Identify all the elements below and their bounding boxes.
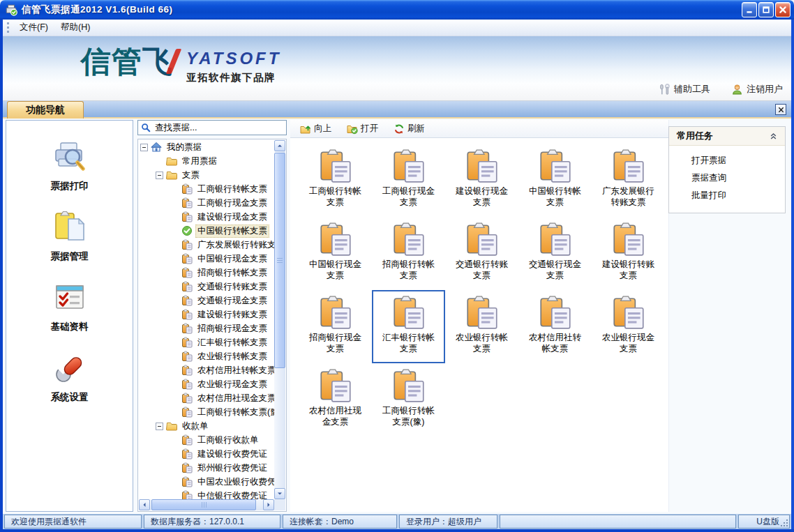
tree-item[interactable]: 交通银行转账支票 [139,280,274,294]
tree-expander-icon[interactable] [156,423,163,430]
minimize-button[interactable] [742,2,757,17]
scroll-left-button[interactable] [139,499,150,510]
grid-item-label: 农村信用社现金支票 [308,405,364,428]
tree-item[interactable]: 中信银行收费凭证 [139,489,274,499]
grid-item[interactable]: 农业银行现金支票 [592,290,665,363]
clipboard-document-icon [537,220,574,258]
close-button[interactable] [775,2,791,17]
grid-item-label: 工商银行转帐支票 [308,185,364,208]
grid-item[interactable]: 招商银行转帐支票 [372,217,445,290]
tree-item[interactable]: 支票 [139,168,274,182]
grid-item[interactable]: 招商银行现金支票 [299,290,372,363]
grid-item[interactable]: 农业银行转帐支票 [445,290,518,363]
grid-item[interactable]: 建设银行转账支票 [592,217,665,290]
logo-prefix: 信管 [81,47,142,77]
titlebar: 信管飞票据通2012 V1.6(Build 66) [0,0,794,20]
panel-close-button[interactable] [775,104,786,115]
tab-function-navigation[interactable]: 功能导航 [7,101,84,119]
tree-item[interactable]: 工商银行现金支票 [139,196,274,210]
tree-item[interactable]: 汇丰银行转帐支票 [139,335,274,349]
grid-item[interactable]: 中国银行转帐支票 [518,144,592,217]
horizontal-scrollbar[interactable] [139,499,274,510]
grid-item[interactable]: 工商银行现金支票 [372,144,445,217]
folder-up-icon [300,123,311,135]
scroll-right-button[interactable] [263,499,274,510]
tree-item[interactable]: 中国银行现金支票 [139,252,274,266]
scroll-thumb[interactable] [274,153,285,368]
wrench-icon [52,350,88,386]
tree-expander-icon[interactable] [140,144,148,151]
grid-item[interactable]: 农村信用社转帐支票 [518,290,592,363]
clipboard-document-icon [537,147,574,185]
scroll-thumb[interactable] [151,499,256,510]
scroll-up-button[interactable] [274,140,285,151]
tree-item[interactable]: 中国农业银行收费凭证 [139,475,274,489]
sidebar-item-bill-manage[interactable]: 票据管理 [6,209,133,263]
menu-item-help[interactable]: 帮助(H) [54,20,96,36]
clipboard-icon [181,197,193,208]
chevron-up-icon[interactable] [770,132,777,140]
tree-item[interactable]: 招商银行转帐支票 [139,266,274,280]
tree-item-label: 招商银行现金支票 [195,322,269,335]
folder-icon [166,169,177,181]
tree-item[interactable]: 农村信用社转帐支票 [139,363,274,377]
statusbar: 欢迎使用票据通软件 数据库服务器：127.0.0.1 连接帐套：Demo 登录用… [3,514,791,529]
tree-expander-icon[interactable] [156,172,163,179]
vertical-scrollbar[interactable] [274,140,285,499]
logout-user-button[interactable]: 注销用户 [731,83,783,96]
task-item-bill-query[interactable]: 票据查询 [669,169,785,187]
banner: 信管飞 YATSOFT 亚拓软件旗下品牌 辅助工具 注销用户 [3,36,791,101]
task-item-open-bill[interactable]: 打开票据 [669,152,785,169]
search-input[interactable] [153,122,283,133]
grid-item-label: 建设银行转账支票 [601,259,657,282]
menubar-grip[interactable] [7,22,9,33]
grid-item-label: 交通银行现金支票 [527,259,583,282]
tree-item-label: 农业银行转帐支票 [195,350,269,363]
open-button[interactable]: 打开 [343,121,382,136]
tree-item[interactable]: 常用票据 [139,154,274,168]
clipboard-document-icon [463,147,501,185]
scroll-down-button[interactable] [274,488,285,499]
tree-item-label: 支票 [180,169,202,182]
up-button[interactable]: 向上 [296,121,336,136]
tree-item[interactable]: 广东发展银行转账支票 [139,238,274,252]
grid-item-label: 建设银行现金支票 [454,185,510,208]
clipboard-document-icon [390,367,428,404]
maximize-button[interactable] [758,2,774,17]
tree-item[interactable]: 交通银行现金支票 [139,294,274,307]
grid-item[interactable]: 汇丰银行转帐支票 [372,290,445,363]
clipboard-icon [181,183,193,195]
tree-item[interactable]: 建设银行转账支票 [139,307,274,321]
tree-item[interactable]: 工商银行收款单 [139,433,274,447]
tree-item[interactable]: 农业银行现金支票 [139,377,274,391]
grid-item[interactable]: 工商银行转帐支票(豫) [372,363,445,436]
tree-item[interactable]: 中国银行转帐支票 [139,224,274,238]
clipboard-icon [181,490,193,499]
menu-item-file[interactable]: 文件(F) [13,20,54,36]
resize-grip[interactable] [786,525,788,526]
grid-item[interactable]: 工商银行转帐支票 [299,144,372,217]
tree-item[interactable]: 工商银行转帐支票 [139,182,274,196]
tree-item[interactable]: 农村信用社现金支票 [139,391,274,405]
tree-item[interactable]: 农业银行转帐支票 [139,349,274,363]
tree-item[interactable]: 收款单 [139,419,274,433]
grid-item[interactable]: 交通银行转账支票 [445,217,518,290]
sidebar-item-base-data[interactable]: 基础资料 [6,280,133,333]
tree-item[interactable]: 招商银行现金支票 [139,321,274,335]
refresh-button[interactable]: 刷新 [389,121,429,136]
tree-item[interactable]: 建设银行收费凭证 [139,447,274,461]
sidebar-item-bill-print[interactable]: 票据打印 [6,139,133,192]
grid-item[interactable]: 建设银行现金支票 [445,144,518,217]
grid-item[interactable]: 广东发展银行转账支票 [592,144,665,217]
grid-item[interactable]: 中国银行现金支票 [299,217,372,290]
tree-item[interactable]: 建设银行现金支票 [139,210,274,224]
tree-item[interactable]: 郑州银行收费凭证 [139,461,274,475]
tree-item[interactable]: 我的票据 [139,140,274,154]
grid-item[interactable]: 交通银行现金支票 [518,217,592,290]
task-item-batch-print[interactable]: 批量打印 [669,187,785,204]
sidebar-item-system-settings[interactable]: 系统设置 [6,350,133,404]
tree-item[interactable]: 工商银行转帐支票(豫) [139,405,274,419]
printer-search-icon [52,139,88,175]
auxiliary-tools-button[interactable]: 辅助工具 [659,83,710,96]
grid-item[interactable]: 农村信用社现金支票 [299,363,372,436]
